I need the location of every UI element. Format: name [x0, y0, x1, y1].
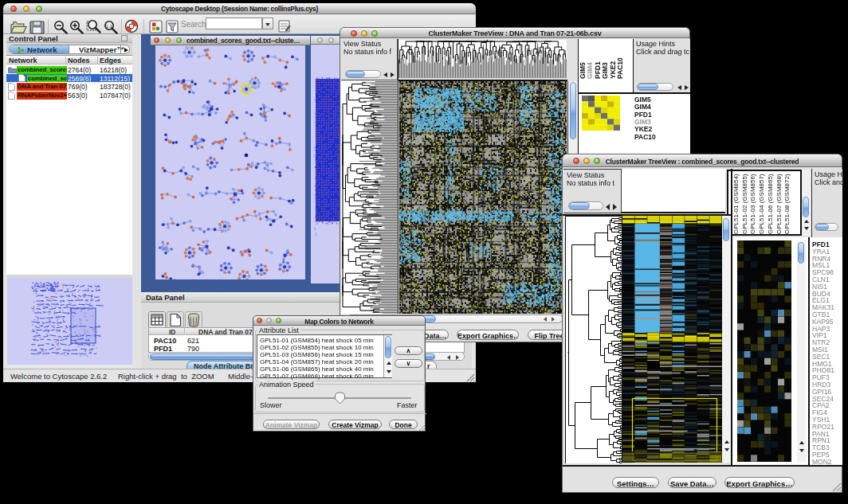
svg-text:1:1: 1:1 — [106, 24, 113, 29]
